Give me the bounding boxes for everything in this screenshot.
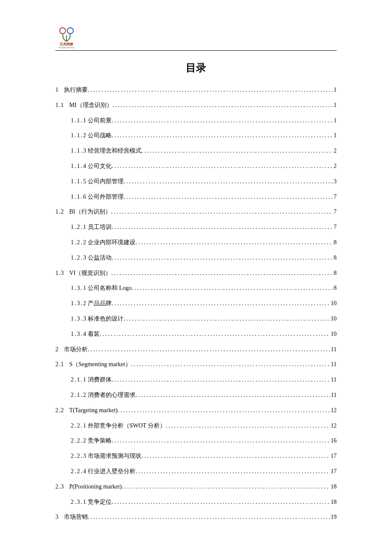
toc-leader-dots: [112, 102, 333, 109]
toc-leader-dots: [112, 224, 333, 231]
toc-entry-label: 公司文化: [88, 163, 112, 170]
toc-entry-number: 2.2.2: [71, 437, 87, 445]
toc-leader-dots: [112, 300, 330, 307]
toc-entry[interactable]: 2市场分析11: [55, 346, 337, 353]
table-of-contents: 1执行摘要11.1MI（理念识别）11.1.1公司前景11.1.2公司战略11.…: [55, 87, 337, 521]
toc-leader-dots: [141, 453, 330, 460]
toc-entry-page: 10: [331, 300, 337, 307]
toc-entry[interactable]: 1.1.3经营理念和经营模式2: [55, 147, 337, 155]
toc-entry-number: 1.1: [55, 102, 64, 109]
toc-entry-page: 12: [331, 422, 337, 430]
toc-entry[interactable]: 1.2BI（行为识别）7: [55, 208, 337, 216]
toc-entry-label: VI（视觉识别）: [69, 270, 112, 277]
toc-entry-number: 1.1.2: [71, 132, 87, 139]
toc-entry[interactable]: 1执行摘要1: [55, 87, 337, 94]
toc-entry-label: 着装: [88, 331, 100, 338]
toc-entry[interactable]: 2.2.4行业进入壁垒分析17: [55, 468, 337, 475]
toc-entry[interactable]: 1.3VI（视觉识别）8: [55, 270, 337, 277]
toc-entry[interactable]: 1.3.2产品品牌10: [55, 300, 337, 307]
toc-entry-number: 1.3.1: [71, 285, 87, 292]
toc-entry[interactable]: 2.1.1消费群体11: [55, 376, 337, 384]
toc-entry[interactable]: 1.3.3标准色的设计10: [55, 315, 337, 323]
toc-entry-page: 17: [331, 453, 337, 460]
toc-entry-label: 执行摘要: [64, 87, 88, 94]
toc-entry-page: 18: [331, 483, 337, 491]
toc-entry-label: 竞争定位: [88, 499, 112, 506]
logo: 北羌绣缘 Bei Qiang Xiu Yuan: [55, 26, 78, 49]
toc-entry-page: 8: [334, 239, 337, 246]
toc-entry-number: 1.3: [55, 270, 64, 277]
toc-leader-dots: [112, 132, 333, 139]
toc-entry-label: 市场需求预测与现状: [88, 453, 141, 460]
toc-entry-page: 7: [334, 194, 337, 201]
toc-entry[interactable]: 1.2.2企业内部环境建设8: [55, 239, 337, 246]
toc-entry-page: 8: [334, 270, 337, 277]
toc-entry-page: 11: [331, 346, 337, 353]
toc-entry-label: 员工培训: [88, 224, 112, 231]
toc-entry[interactable]: 2.2.3市场需求预测与现状17: [55, 453, 337, 460]
toc-entry[interactable]: 2.2.1外部竞争分析（SWOT 分析）12: [55, 422, 337, 430]
toc-entry-label: 市场分析: [64, 346, 88, 353]
toc-entry-page: 7: [334, 208, 337, 216]
toc-entry[interactable]: 1.3.4着装10: [55, 331, 337, 338]
toc-entry-label: T(Targeting market): [69, 407, 118, 414]
toc-leader-dots: [112, 254, 333, 262]
toc-entry[interactable]: 1.3.1公司名称和 Logo8: [55, 285, 337, 292]
toc-entry-number: 2.2: [55, 407, 64, 414]
toc-entry-number: 1.2.1: [71, 224, 87, 231]
toc-leader-dots: [88, 87, 333, 94]
toc-entry[interactable]: 2.1S（Segmenting market）11: [55, 361, 337, 368]
toc-leader-dots: [112, 117, 333, 124]
toc-leader-dots: [122, 483, 330, 491]
toc-entry[interactable]: 2.3.1竞争定位18: [55, 499, 337, 506]
toc-entry-number: 2.1.1: [71, 376, 87, 384]
toc-entry-label: 公益活动: [88, 254, 112, 262]
toc-entry[interactable]: 1.1MI（理念识别）1: [55, 102, 337, 109]
toc-entry[interactable]: 1.2.1员工培训7: [55, 224, 337, 231]
toc-leader-dots: [100, 331, 330, 338]
toc-entry-page: 1: [334, 102, 337, 109]
toc-leader-dots: [112, 499, 330, 506]
toc-entry[interactable]: 1.1.4公司文化2: [55, 163, 337, 170]
toc-entry-number: 1.1.5: [71, 178, 87, 185]
toc-entry-page: 2: [334, 147, 337, 155]
svg-point-1: [67, 28, 73, 34]
toc-entry-label: 行业进入壁垒分析: [88, 468, 135, 475]
toc-entry-page: 11: [331, 376, 337, 384]
toc-entry-page: 7: [334, 224, 337, 231]
toc-entry-label: S（Segmenting market）: [69, 361, 131, 368]
toc-entry[interactable]: 1.1.2公司战略1: [55, 132, 337, 139]
toc-entry-number: 1: [55, 87, 59, 94]
toc-entry-label: 竞争策略: [88, 437, 112, 445]
toc-leader-dots: [135, 239, 333, 246]
toc-entry-number: 3: [55, 514, 59, 521]
toc-leader-dots: [124, 178, 333, 185]
toc-leader-dots: [124, 315, 330, 323]
toc-entry-page: 19: [331, 514, 337, 521]
toc-entry[interactable]: 2.3P(Positioning market)18: [55, 483, 337, 491]
toc-entry-number: 2.2.3: [71, 453, 87, 460]
toc-entry-number: 1.3.4: [71, 331, 87, 338]
toc-entry-page: 11: [331, 392, 337, 399]
toc-entry-page: 10: [331, 331, 337, 338]
logo-text-en: Bei Qiang Xiu Yuan: [59, 46, 75, 49]
company-logo-icon: [58, 27, 75, 42]
toc-entry-number: 1.1.1: [71, 117, 87, 124]
toc-entry[interactable]: 1.1.5公司内部管理3: [55, 178, 337, 185]
toc-entry-number: 2.1.2: [71, 392, 87, 399]
toc-entry-page: 16: [331, 437, 337, 445]
page-title: 目录: [55, 61, 337, 75]
toc-entry-label: BI（行为识别）: [69, 208, 111, 216]
toc-entry[interactable]: 1.2.3公益活动8: [55, 254, 337, 262]
toc-entry[interactable]: 2.1.2消费者的心理需求11: [55, 392, 337, 399]
toc-entry-label: 消费者的心理需求: [88, 392, 135, 399]
toc-entry-page: 8: [334, 254, 337, 262]
toc-entry-page: 1: [334, 117, 337, 124]
toc-entry[interactable]: 2.2T(Targeting market)12: [55, 407, 337, 414]
toc-entry[interactable]: 1.1.1公司前景1: [55, 117, 337, 124]
toc-entry[interactable]: 3市场营销19: [55, 514, 337, 521]
toc-entry[interactable]: 2.2.2竞争策略16: [55, 437, 337, 445]
toc-entry[interactable]: 1.1.6公司外部管理7: [55, 194, 337, 201]
toc-leader-dots: [112, 376, 330, 384]
toc-entry-number: 2.2.1: [71, 422, 87, 430]
